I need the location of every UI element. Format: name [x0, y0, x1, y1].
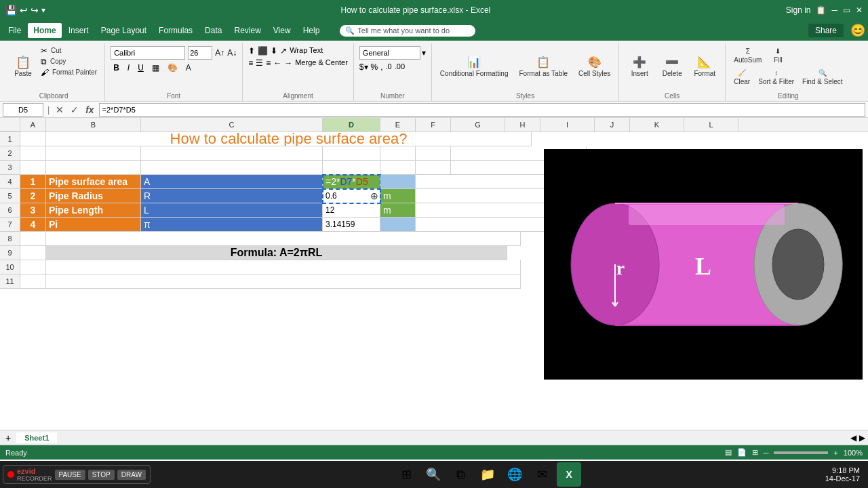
formula-input[interactable]	[99, 103, 865, 117]
excel-taskbar[interactable]: X	[557, 462, 581, 487]
col-header-h[interactable]: H	[505, 118, 540, 131]
percent-button[interactable]: %	[371, 62, 378, 72]
insert-cells-button[interactable]: ➕ Insert	[625, 46, 654, 87]
title-cell[interactable]: How to calculate pipe surface area?	[46, 132, 532, 146]
cell-e6[interactable]: m	[380, 203, 416, 218]
font-shrink-icon[interactable]: A↓	[227, 48, 237, 58]
sheet-tab-1[interactable]: Sheet1	[16, 432, 57, 443]
cell-b2[interactable]	[46, 146, 141, 161]
menu-help[interactable]: Help	[298, 23, 326, 38]
row-header-5[interactable]: 5	[0, 189, 20, 203]
start-button[interactable]: ⊞	[394, 462, 418, 487]
orientation-button[interactable]: ↗	[280, 46, 287, 56]
col-header-b[interactable]: B	[46, 118, 141, 131]
font-size-input[interactable]	[188, 46, 212, 60]
menu-formulas[interactable]: Formulas	[153, 23, 198, 38]
cell-d5-selected[interactable]: 0.6 ⊕	[323, 189, 380, 203]
col-header-i[interactable]: I	[540, 118, 595, 131]
cell-f5[interactable]	[416, 189, 551, 203]
add-sheet-button[interactable]: +	[3, 432, 14, 443]
sort-filter-button[interactable]: ↕ Sort & Filter	[755, 68, 797, 87]
cell-e5[interactable]: m	[380, 189, 416, 203]
bold-button[interactable]: B	[111, 62, 122, 73]
cell-a2[interactable]	[20, 146, 46, 161]
cell-d6[interactable]: 12	[323, 203, 380, 218]
cell-c4[interactable]: A	[141, 175, 323, 189]
currency-button[interactable]: $▾	[359, 62, 368, 72]
minimize-button[interactable]: ─	[831, 5, 837, 15]
cell-styles-button[interactable]: 🎨 Cell Styles	[576, 46, 613, 87]
col-header-k[interactable]: K	[630, 118, 684, 131]
border-button[interactable]: ▦	[149, 62, 162, 73]
file-explorer[interactable]: 📁	[475, 462, 500, 487]
draw-button[interactable]: DRAW	[117, 470, 146, 480]
redo-icon[interactable]: ↪	[31, 5, 39, 16]
cell-a1[interactable]	[20, 132, 46, 146]
stop-button[interactable]: STOP	[88, 470, 115, 480]
corner-cell[interactable]	[0, 118, 20, 131]
fill-button[interactable]: ⬇ Fill	[767, 46, 789, 65]
ribbon-display-icon[interactable]: 📋	[816, 5, 826, 15]
menu-file[interactable]: File	[3, 23, 26, 38]
underline-button[interactable]: U	[135, 62, 146, 73]
cell-c7[interactable]: π	[141, 218, 323, 232]
menu-insert[interactable]: Insert	[63, 23, 94, 38]
align-bottom-icon[interactable]: ⬇	[271, 46, 277, 56]
search-box[interactable]: 🔍 Tell me what you want to do	[340, 25, 475, 37]
cell-a8[interactable]	[20, 232, 46, 246]
sheet-scroll-right[interactable]: ▶	[859, 433, 865, 443]
copy-button[interactable]: Copy	[48, 57, 68, 66]
task-view[interactable]: ⧉	[448, 462, 473, 487]
row-header-11[interactable]: 11	[0, 274, 20, 289]
pause-button[interactable]: PAUSE	[55, 470, 85, 480]
close-button[interactable]: ✕	[856, 5, 863, 15]
cell-c3[interactable]	[141, 161, 323, 175]
italic-button[interactable]: I	[125, 62, 132, 73]
cell-d7[interactable]: 3.14159	[323, 218, 380, 232]
cell-b11-wide[interactable]	[46, 274, 521, 289]
share-button[interactable]: Share	[808, 24, 844, 37]
cell-a6[interactable]: 3	[20, 203, 46, 218]
save-icon[interactable]: 💾	[5, 5, 17, 16]
merge-center-button[interactable]: Merge & Center	[295, 58, 348, 68]
signin-button[interactable]: Sign in	[786, 5, 811, 15]
align-left-icon[interactable]: ≡	[248, 58, 253, 68]
cell-a5[interactable]: 2	[20, 189, 46, 203]
cell-a3[interactable]	[20, 161, 46, 175]
paste-button[interactable]: 📋 Paste	[8, 46, 38, 87]
font-color-button[interactable]: A	[183, 62, 194, 73]
cell-f3[interactable]	[416, 161, 451, 175]
menu-home[interactable]: Home	[28, 23, 61, 38]
cell-b5[interactable]: Pipe Radius	[46, 189, 141, 203]
user-avatar[interactable]: 😊	[850, 23, 865, 38]
browser-taskbar[interactable]: 🌐	[502, 462, 527, 487]
cell-e3[interactable]	[380, 161, 416, 175]
col-header-l[interactable]: L	[684, 118, 738, 131]
cell-d3[interactable]	[323, 161, 380, 175]
cell-c2[interactable]	[141, 146, 323, 161]
zoom-in-button[interactable]: +	[833, 449, 837, 457]
cell-a4[interactable]: 1	[20, 175, 46, 189]
insert-function-button[interactable]: fx	[83, 104, 96, 115]
row-header-4[interactable]: 4	[0, 175, 20, 189]
increase-indent-icon[interactable]: →	[284, 58, 292, 68]
cell-e4[interactable]	[380, 175, 416, 189]
row-header-7[interactable]: 7	[0, 218, 20, 232]
row-header-3[interactable]: 3	[0, 161, 20, 175]
cell-c5[interactable]: R	[141, 189, 323, 203]
align-middle-icon[interactable]: ⬛	[258, 46, 268, 56]
comma-button[interactable]: ,	[380, 62, 382, 72]
mail-taskbar[interactable]: ✉	[530, 462, 554, 487]
cell-f2[interactable]	[416, 146, 451, 161]
cell-b7[interactable]: Pi	[46, 218, 141, 232]
font-name-input[interactable]	[111, 46, 185, 60]
decrease-decimal-button[interactable]: .0	[386, 62, 392, 72]
number-format-arrow[interactable]: ▾	[422, 48, 426, 58]
cell-b4[interactable]: Pipe surface area	[46, 175, 141, 189]
number-format-input[interactable]	[359, 46, 420, 60]
sheet-scroll-left[interactable]: ◀	[850, 433, 856, 443]
decrease-indent-icon[interactable]: ←	[273, 58, 281, 68]
undo-icon[interactable]: ↩	[20, 5, 28, 16]
find-select-button[interactable]: 🔍 Find & Select	[800, 68, 845, 87]
menu-page-layout[interactable]: Page Layout	[96, 23, 152, 38]
